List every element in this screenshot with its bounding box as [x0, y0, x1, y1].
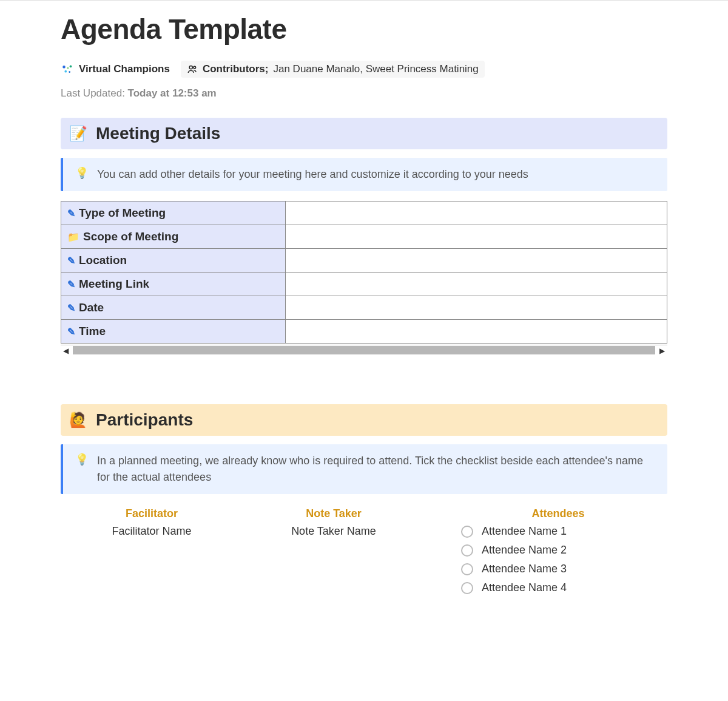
- attendees-role: Attendees: [461, 507, 655, 520]
- participants-tip: 💡 In a planned meeting, we already know …: [61, 444, 667, 494]
- svg-point-2: [64, 70, 67, 73]
- detail-label: Type of Meeting: [79, 206, 166, 219]
- detail-value-cell[interactable]: [285, 273, 667, 296]
- meeting-details-heading: Meeting Details: [96, 124, 220, 143]
- attendee-item: Attendee Name 1: [461, 525, 655, 538]
- facilitator-name[interactable]: Facilitator Name: [73, 525, 231, 538]
- participants-grid: Facilitator Facilitator Name Note Taker …: [61, 507, 667, 600]
- svg-point-4: [67, 67, 69, 69]
- section-participants-header: 🙋 Participants: [61, 404, 667, 436]
- attendee-name[interactable]: Attendee Name 1: [482, 525, 567, 538]
- pencil-icon: ✎: [67, 327, 75, 337]
- attendee-name[interactable]: Attendee Name 3: [482, 563, 567, 575]
- facilitator-column: Facilitator Facilitator Name: [73, 507, 231, 600]
- pencil-icon: ✎: [67, 279, 75, 290]
- attendee-checkbox[interactable]: [461, 544, 473, 557]
- contributors-label: Contributors;: [203, 63, 269, 75]
- svg-point-5: [189, 66, 192, 69]
- detail-label-cell[interactable]: 📁Scope of Meeting: [61, 225, 286, 249]
- last-updated-value: Today at 12:53 am: [128, 87, 217, 99]
- detail-value-cell[interactable]: [285, 320, 667, 344]
- folder-icon: 📁: [67, 232, 79, 242]
- detail-label-cell[interactable]: ✎Date: [61, 296, 286, 320]
- raising-hand-icon: 🙋: [69, 411, 87, 428]
- svg-point-6: [194, 66, 196, 69]
- attendee-item: Attendee Name 4: [461, 581, 655, 594]
- contributors-names: Jan Duane Manalo, Sweet Princess Matinin…: [273, 63, 478, 75]
- svg-point-1: [70, 66, 72, 68]
- note-taker-column: Note Taker Note Taker Name: [255, 507, 413, 600]
- attendee-checkbox[interactable]: [461, 563, 473, 575]
- detail-value-cell[interactable]: [285, 201, 667, 225]
- last-updated-label: Last Updated:: [61, 87, 125, 99]
- meta-row: Virtual Champions Contributors; Jan Duan…: [61, 61, 667, 78]
- detail-label-cell[interactable]: ✎Type of Meeting: [61, 201, 286, 225]
- section-meeting-details-header: 📝 Meeting Details: [61, 118, 667, 149]
- lightbulb-icon: 💡: [75, 166, 89, 180]
- detail-label: Time: [79, 325, 106, 337]
- attendee-name[interactable]: Attendee Name 2: [482, 544, 567, 557]
- facilitator-role: Facilitator: [73, 507, 231, 520]
- participants-tip-text: In a planned meeting, we already know wh…: [97, 453, 655, 486]
- last-updated: Last Updated: Today at 12:53 am: [61, 87, 667, 100]
- detail-value-cell[interactable]: [285, 249, 667, 273]
- attendee-name[interactable]: Attendee Name 4: [482, 581, 567, 594]
- detail-label: Scope of Meeting: [83, 230, 178, 243]
- org-logo-icon: [61, 63, 74, 76]
- table-row: 📁Scope of Meeting: [61, 225, 667, 249]
- detail-label-cell[interactable]: ✎Time: [61, 320, 286, 344]
- svg-point-3: [69, 71, 70, 73]
- attendees-column: Attendees Attendee Name 1Attendee Name 2…: [437, 507, 655, 600]
- scroll-left-icon[interactable]: ◀: [61, 345, 71, 356]
- table-row: ✎Type of Meeting: [61, 201, 667, 225]
- lightbulb-icon: 💡: [75, 453, 89, 466]
- meeting-details-table: ✎Type of Meeting📁Scope of Meeting✎Locati…: [61, 201, 667, 344]
- detail-value-cell[interactable]: [285, 296, 667, 320]
- table-row: ✎Meeting Link: [61, 273, 667, 296]
- scrollbar-thumb[interactable]: [73, 346, 655, 354]
- participants-heading: Participants: [96, 410, 193, 430]
- memo-icon: 📝: [69, 125, 87, 142]
- svg-point-0: [62, 66, 66, 69]
- pencil-icon: ✎: [67, 256, 75, 266]
- detail-label: Meeting Link: [79, 277, 149, 290]
- detail-label-cell[interactable]: ✎Location: [61, 249, 286, 273]
- attendee-checkbox[interactable]: [461, 526, 473, 538]
- detail-label-cell[interactable]: ✎Meeting Link: [61, 273, 286, 296]
- table-row: ✎Location: [61, 249, 667, 273]
- detail-label: Location: [79, 254, 127, 266]
- document-container: Agenda Template Virtual Champions Contri…: [0, 1, 728, 629]
- table-row: ✎Date: [61, 296, 667, 320]
- contributors-icon: [187, 64, 198, 75]
- note-taker-role: Note Taker: [255, 507, 413, 520]
- detail-value-cell[interactable]: [285, 225, 667, 249]
- attendee-item: Attendee Name 2: [461, 544, 655, 557]
- horizontal-scrollbar[interactable]: ◀ ▶: [61, 345, 667, 356]
- contributors-tag[interactable]: Contributors; Jan Duane Manalo, Sweet Pr…: [181, 61, 485, 78]
- scroll-right-icon[interactable]: ▶: [657, 345, 667, 356]
- organization-tag[interactable]: Virtual Champions: [61, 63, 170, 76]
- pencil-icon: ✎: [67, 208, 75, 218]
- pencil-icon: ✎: [67, 303, 75, 313]
- detail-label: Date: [79, 301, 104, 314]
- attendee-checkbox[interactable]: [461, 582, 473, 594]
- note-taker-name[interactable]: Note Taker Name: [255, 525, 413, 538]
- attendee-item: Attendee Name 3: [461, 563, 655, 575]
- table-row: ✎Time: [61, 320, 667, 344]
- page-title: Agenda Template: [61, 13, 667, 46]
- meeting-details-tip-text: You can add other details for your meeti…: [97, 166, 528, 183]
- organization-name: Virtual Champions: [79, 63, 170, 75]
- meeting-details-tip: 💡 You can add other details for your mee…: [61, 158, 667, 191]
